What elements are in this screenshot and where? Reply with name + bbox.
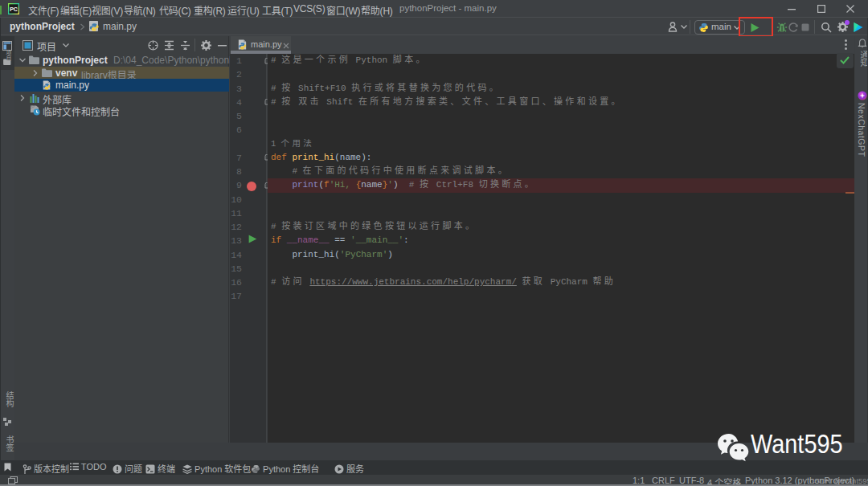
svg-text:PC: PC (10, 6, 18, 12)
